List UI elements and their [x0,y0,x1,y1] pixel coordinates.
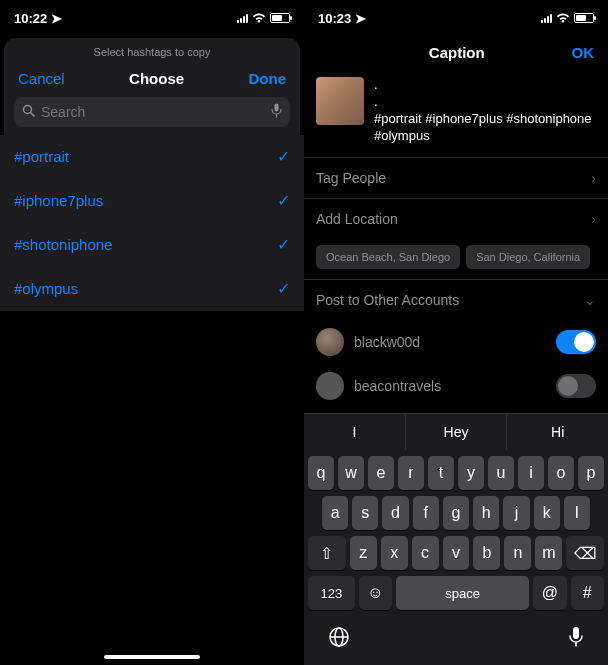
key-v[interactable]: v [443,536,470,570]
key-e[interactable]: e [368,456,394,490]
add-location-label: Add Location [316,211,398,227]
svg-rect-6 [573,627,579,639]
account-row: beacontravels [304,364,608,408]
key-h[interactable]: h [473,496,499,530]
hashtag-item[interactable]: #portrait ✓ [0,135,304,179]
emoji-key[interactable]: ☺ [359,576,392,610]
key-f[interactable]: f [413,496,439,530]
suggestion[interactable]: I [304,414,406,450]
hashtag-item[interactable]: #olympus ✓ [0,267,304,311]
location-icon: ➤ [51,11,62,26]
key-k[interactable]: k [534,496,560,530]
key-o[interactable]: o [548,456,574,490]
svg-line-1 [31,113,35,117]
status-bar: 10:22 ➤ [0,0,304,32]
at-key[interactable]: @ [533,576,566,610]
key-r[interactable]: r [398,456,424,490]
signal-icon [541,14,552,23]
battery-icon [574,13,594,23]
check-icon: ✓ [277,279,290,298]
hashtag-label: #olympus [14,280,78,297]
check-icon: ✓ [277,147,290,166]
location-chip[interactable]: San Diego, California [466,245,590,269]
hashtag-label: #iphone7plus [14,192,103,209]
hashtag-sheet: Select hashtags to copy Cancel Choose Do… [4,38,300,135]
dictation-icon[interactable] [568,626,584,653]
wifi-icon [556,11,570,26]
key-n[interactable]: n [504,536,531,570]
key-w[interactable]: w [338,456,364,490]
shift-key[interactable]: ⇧ [308,536,346,570]
location-chips: Ocean Beach, San Diego San Diego, Califo… [304,239,608,279]
key-c[interactable]: c [412,536,439,570]
status-bar: 10:23 ➤ [304,0,608,32]
signal-icon [237,14,248,23]
account-name: beacontravels [354,378,546,394]
phone-left: 10:22 ➤ Select hashtags to copy Cancel C… [0,0,304,665]
page-title: Caption [429,44,485,61]
location-icon: ➤ [355,11,366,26]
home-indicator[interactable] [104,655,200,659]
key-j[interactable]: j [503,496,529,530]
account-row: blackw00d [304,320,608,364]
hashtag-item[interactable]: #shotoniphone ✓ [0,223,304,267]
key-s[interactable]: s [352,496,378,530]
ok-button[interactable]: OK [571,44,594,61]
choose-title: Choose [129,70,184,87]
key-y[interactable]: y [458,456,484,490]
numbers-key[interactable]: 123 [308,576,355,610]
cancel-button[interactable]: Cancel [18,70,65,87]
svg-rect-2 [275,104,279,112]
tag-people-row[interactable]: Tag People › [304,157,608,198]
chevron-down-icon: ⌄ [584,292,596,308]
wifi-icon [252,11,266,26]
battery-icon [270,13,290,23]
suggestion[interactable]: Hey [406,414,508,450]
key-z[interactable]: z [350,536,377,570]
photo-thumbnail[interactable] [316,77,364,125]
post-to-row[interactable]: Post to Other Accounts ⌄ [304,279,608,320]
caption-text[interactable]: . . #portrait #iphone7plus #shotoniphone… [374,77,596,145]
status-time: 10:22 [14,11,47,26]
globe-icon[interactable] [328,626,350,653]
location-chip[interactable]: Ocean Beach, San Diego [316,245,460,269]
key-t[interactable]: t [428,456,454,490]
key-x[interactable]: x [381,536,408,570]
key-u[interactable]: u [488,456,514,490]
sheet-nav: Cancel Choose Done [4,64,300,97]
hashtag-list: #portrait ✓ #iphone7plus ✓ #shotoniphone… [0,135,304,311]
check-icon: ✓ [277,191,290,210]
account-toggle[interactable] [556,374,596,398]
key-b[interactable]: b [473,536,500,570]
backspace-key[interactable]: ⌫ [566,536,604,570]
account-name: blackw00d [354,334,546,350]
space-key[interactable]: space [396,576,529,610]
status-time: 10:23 [318,11,351,26]
suggestion[interactable]: Hi [507,414,608,450]
hashtag-item[interactable]: #iphone7plus ✓ [0,179,304,223]
hashtag-label: #portrait [14,148,69,165]
caption-row: . . #portrait #iphone7plus #shotoniphone… [304,71,608,157]
avatar [316,372,344,400]
key-i[interactable]: i [518,456,544,490]
search-field[interactable] [14,97,290,127]
caption-nav: Caption OK [304,32,608,71]
key-m[interactable]: m [535,536,562,570]
hash-key[interactable]: # [571,576,604,610]
chevron-right-icon: › [591,211,596,227]
key-q[interactable]: q [308,456,334,490]
post-to-label: Post to Other Accounts [316,292,459,308]
check-icon: ✓ [277,235,290,254]
key-l[interactable]: l [564,496,590,530]
key-d[interactable]: d [382,496,408,530]
search-input[interactable] [41,104,265,120]
account-toggle[interactable] [556,330,596,354]
avatar [316,328,344,356]
key-a[interactable]: a [322,496,348,530]
done-button[interactable]: Done [249,70,287,87]
key-g[interactable]: g [443,496,469,530]
add-location-row[interactable]: Add Location › [304,198,608,239]
chevron-right-icon: › [591,170,596,186]
key-p[interactable]: p [578,456,604,490]
mic-icon[interactable] [271,103,282,121]
